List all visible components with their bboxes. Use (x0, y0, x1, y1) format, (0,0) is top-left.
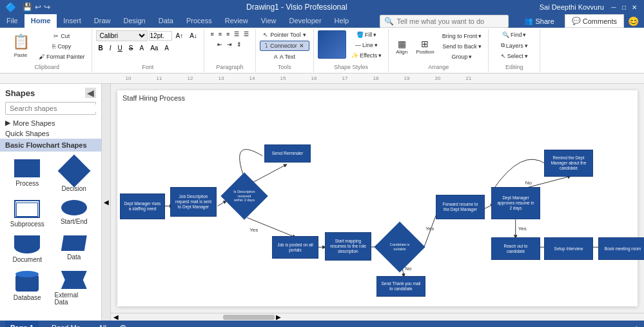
shapes-search-bar[interactable]: 🔍 (5, 102, 96, 115)
zoom-out-btn[interactable]: − (600, 324, 604, 327)
close-btn[interactable]: ✕ (630, 3, 639, 12)
shape-startend[interactable]: Start/End (52, 197, 97, 230)
node-send-reminder[interactable]: Send Reminder (264, 144, 311, 163)
minimize-btn[interactable]: ─ (609, 3, 618, 12)
text-tool-button[interactable]: A A Text (260, 52, 309, 61)
effects-button[interactable]: ✨ Effects▾ (349, 51, 384, 60)
line-button[interactable]: — Line▾ (349, 41, 384, 50)
shape-decision[interactable]: Decision (52, 157, 97, 195)
align-left-button[interactable]: ≡ (208, 30, 215, 38)
node-reach-out[interactable]: Reach out tocandidate (491, 237, 540, 260)
underline-button[interactable]: U (115, 44, 125, 52)
tab-help[interactable]: Help (328, 14, 356, 28)
pointer-tool-button[interactable]: ↖ Pointer Tool ▾ (260, 30, 309, 39)
tab-data[interactable]: Data (152, 14, 180, 28)
copy-button[interactable]: ⎘ Copy (36, 42, 88, 51)
scroll-right-btn[interactable]: ▶ (276, 313, 281, 321)
font-color-button[interactable]: A (137, 44, 146, 52)
tab-process[interactable]: Process (180, 14, 219, 28)
shape-subprocess[interactable]: Subprocess (5, 197, 50, 230)
font-grow-button[interactable]: A↑ (173, 32, 186, 40)
bring-to-front-button[interactable]: Bring to Front▾ (440, 32, 485, 41)
zoom-slider[interactable]: ──── (609, 324, 629, 327)
zoom-in-btn[interactable]: + (635, 324, 639, 327)
ribbon-search-input[interactable] (396, 17, 504, 25)
text-direction-button[interactable]: ⇕ (235, 41, 244, 48)
drawing-canvas[interactable]: Staff Hiring Process No (117, 90, 638, 306)
h-scrollbar-thumb[interactable] (223, 315, 275, 320)
shape-database[interactable]: Database (5, 268, 50, 308)
redo-icon[interactable]: ↪ (44, 3, 50, 12)
shapes-search-input[interactable] (10, 104, 99, 112)
node-dept-manager[interactable]: Dept Manager risesa staffing need (120, 193, 165, 219)
node-start-mapping[interactable]: Start mappingresumes to the roledescript… (325, 232, 371, 261)
node-job-posted[interactable]: Job is posted on allportals (272, 236, 318, 259)
layers-button[interactable]: ⧉ Layers▾ (498, 41, 531, 50)
node-book-meeting-room[interactable]: Book meeting room (598, 237, 644, 260)
maximize-btn[interactable]: □ (620, 3, 629, 12)
add-page-button[interactable]: ⊕ (119, 322, 127, 327)
font-case-button[interactable]: Aa (148, 44, 161, 52)
align-right-button[interactable]: ≡ (224, 30, 231, 38)
shape-data[interactable]: Data (52, 233, 97, 266)
tab-file[interactable]: File (0, 14, 24, 28)
align-button[interactable]: ▦ Align (393, 37, 411, 56)
send-to-back-button[interactable]: Send to Back▾ (440, 42, 485, 51)
node-candidate-suitable[interactable]: Candidate issuitable (375, 229, 424, 265)
tab-design[interactable]: Design (117, 14, 151, 28)
more-shapes-link[interactable]: ▶ More Shapes (0, 117, 101, 128)
share-button[interactable]: 👥 Share (518, 15, 560, 27)
shape-process[interactable]: Process (5, 157, 50, 195)
align-center-button[interactable]: ≡ (217, 30, 224, 38)
node-forward-resume[interactable]: Forward resume tothe Dept Manager (436, 195, 485, 219)
font-size-input[interactable] (149, 31, 172, 41)
numbered-list-button[interactable]: ☰ (242, 30, 251, 38)
node-dept-manager-approves[interactable]: Dept Managerapproves resume in2 days (491, 187, 540, 219)
connector-button[interactable]: ⤵ Connector ✕ (260, 41, 309, 51)
ribbon-search-bar[interactable]: 🔍 (380, 15, 509, 28)
basic-flowchart-section[interactable]: Basic Flowchart Shapes (0, 139, 101, 152)
font-name-select[interactable]: Calibri (96, 30, 148, 41)
node-send-thankyou[interactable]: Send Thank you mailto candidate (376, 276, 425, 297)
shape-external-data[interactable]: External Data (52, 268, 97, 308)
shapes-panel-collapse-button[interactable]: ◀ (85, 88, 96, 98)
page1-tab[interactable]: Page-1 (5, 321, 39, 327)
shape-document[interactable]: Document (5, 233, 50, 266)
bullet-list-button[interactable]: ☰ (232, 30, 241, 38)
node-is-description[interactable]: Is Descriptionreceivedwithin 2 days (222, 179, 266, 213)
tab-draw[interactable]: Draw (88, 14, 117, 28)
tab-insert[interactable]: Insert (57, 14, 88, 28)
node-job-description[interactable]: Job Descriptionrequest mail is sentto De… (170, 187, 217, 217)
font-shrink-button[interactable]: A↓ (187, 32, 200, 40)
position-button[interactable]: ⊞ Position (413, 37, 436, 56)
canvas-area[interactable]: Staff Hiring Process No (111, 84, 644, 321)
comments-button[interactable]: 💬 Comments (565, 14, 624, 28)
font-highlight-button[interactable]: A (162, 44, 171, 52)
italic-button[interactable]: I (107, 44, 114, 52)
tab-developer[interactable]: Developer (282, 14, 327, 28)
tab-view[interactable]: View (255, 14, 283, 28)
paste-button[interactable]: 📋 Paste (6, 34, 35, 59)
read-me-tab[interactable]: Read Me (46, 321, 86, 327)
tab-review[interactable]: Review (219, 14, 255, 28)
strikethrough-button[interactable]: S (126, 44, 136, 52)
save-icon[interactable]: 💾 (23, 3, 32, 12)
format-painter-button[interactable]: 🖌 Format Painter (36, 52, 88, 61)
all-tab[interactable]: All (93, 321, 112, 327)
horizontal-scrollbar[interactable]: ◀ ▶ (111, 313, 644, 321)
quick-shapes-link[interactable]: Quick Shapes (0, 128, 101, 139)
select-button[interactable]: ↖ Select▾ (498, 52, 531, 61)
cut-button[interactable]: ✂ Cut (36, 32, 88, 41)
scroll-left-btn[interactable]: ◀ (113, 313, 119, 321)
node-remind-dept-manager[interactable]: Remind the DeptManager about thecandidat… (544, 150, 593, 177)
fill-button[interactable]: 🪣 Fill▾ (349, 30, 384, 39)
tab-home[interactable]: Home (24, 14, 57, 28)
bold-button[interactable]: B (96, 44, 106, 52)
group-button[interactable]: Group▾ (440, 52, 485, 61)
decrease-indent-button[interactable]: ⇤ (215, 41, 224, 48)
undo-icon[interactable]: ↩ (35, 3, 41, 12)
find-button[interactable]: 🔍 Find▾ (500, 30, 529, 39)
increase-indent-button[interactable]: ⇥ (225, 41, 234, 48)
node-setup-interview[interactable]: Setup Interview (544, 237, 593, 260)
vertical-collapse-bar[interactable]: ◀ (102, 84, 111, 321)
